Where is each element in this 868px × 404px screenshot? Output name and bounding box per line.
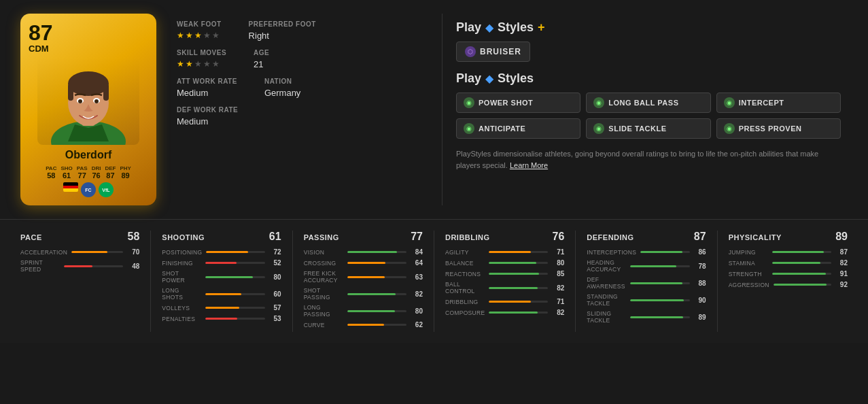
stat-bar-container: [489, 262, 548, 264]
stat-value: 53: [269, 315, 281, 322]
stat-bar-container: [206, 251, 264, 253]
card-rating: 87: [29, 22, 53, 44]
stat-bar-container: [630, 299, 689, 301]
stat-cat-header-3: DRIBBLING76: [445, 231, 564, 243]
skill-moves-label: SKILL MOVES: [177, 49, 226, 56]
stat-name: LONG SHOTS: [162, 287, 201, 301]
stat-bar-container: [347, 324, 406, 326]
stat-category-name: PHYSICALITY: [729, 233, 782, 241]
stat-row: ACCELERATION70: [20, 248, 139, 256]
stat-bar: [71, 251, 107, 253]
star-4: ★: [203, 31, 211, 40]
stat-bar: [489, 273, 539, 275]
stat-bar: [772, 251, 824, 253]
stat-name: POSITIONING: [162, 249, 202, 256]
player-info: WEAK FOOT ★ ★ ★ ★ ★ PREFERRED FOOT Right: [177, 14, 421, 205]
stat-category-value: 77: [411, 231, 423, 243]
main-container: 87 CDM: [0, 0, 868, 404]
stat-row: HEADING ACCURACY78: [587, 259, 706, 273]
weak-foot-label: WEAK FOOT: [177, 20, 222, 28]
stat-name: VISION: [304, 249, 343, 256]
info-row-4: DEF WORK RATE Medium: [177, 106, 421, 127]
stat-row: JUMPING87: [729, 248, 848, 256]
stat-name: VOLLEYS: [162, 305, 201, 312]
anticipate-icon: ◉: [464, 123, 474, 134]
stat-value: 60: [269, 290, 281, 298]
stat-value: 90: [694, 297, 706, 304]
stat-value: 57: [269, 304, 281, 312]
stat-value: 70: [127, 248, 139, 256]
stat-bar-container: [630, 282, 689, 284]
slide-tackle-icon: ◉: [593, 123, 604, 134]
learn-more-link[interactable]: Learn More: [510, 161, 548, 169]
power-shot-icon: ◉: [464, 97, 474, 108]
nation-value: Germany: [264, 88, 300, 98]
stat-row: CURVE62: [304, 321, 423, 329]
stat-category-dribbling: DRIBBLING76AGILITY71BALANCE80REACTIONS85…: [445, 231, 576, 332]
stat-bar: [347, 324, 384, 326]
ea-badge: FC: [81, 182, 96, 197]
stat-name: SPRINT SPEED: [20, 259, 60, 273]
stat-bar-container: [205, 293, 264, 295]
nation-block: NATION Germany: [264, 78, 300, 98]
long-ball-pass-icon: ◉: [593, 97, 604, 108]
att-work-rate-label: ATT WORK RATE: [177, 78, 237, 85]
stat-cat-header-5: PHYSICALITY89: [729, 231, 848, 243]
age-label: AGE: [254, 49, 269, 56]
sm-star-1: ★: [177, 59, 184, 69]
playstyles-header: Play ◆ Styles: [456, 71, 841, 86]
press-proven-label: PRESS PROVEN: [739, 124, 802, 133]
stat-bar: [205, 307, 239, 309]
card-stat-dri: DRI 76: [92, 165, 101, 180]
stat-name: STAMINA: [729, 260, 768, 267]
stat-name: CURVE: [304, 322, 343, 329]
star-2: ★: [186, 31, 193, 40]
age-value: 21: [254, 59, 269, 69]
stat-bar: [205, 293, 241, 295]
stat-bar: [774, 284, 827, 286]
anticipate-label: ANTICIPATE: [479, 124, 525, 133]
stat-bar: [630, 282, 682, 284]
stat-bar: [347, 276, 385, 278]
stat-name: AGGRESSION: [729, 282, 769, 288]
info-row-1: WEAK FOOT ★ ★ ★ ★ ★ PREFERRED FOOT Right: [177, 20, 421, 41]
preferred-foot-block: PREFERRED FOOT Right: [249, 20, 316, 41]
stat-bar-container: [772, 251, 831, 253]
stat-value: 64: [411, 259, 423, 267]
player-face-svg: [37, 56, 139, 145]
stat-bar: [640, 251, 682, 253]
stat-bar: [64, 265, 92, 267]
weak-foot-stars: ★ ★ ★ ★ ★: [177, 31, 222, 40]
stat-value: 91: [835, 270, 848, 277]
svg-point-3: [68, 71, 109, 96]
stat-row: BALL CONTROL82: [445, 281, 564, 294]
stat-bar-container: [64, 265, 123, 267]
stat-bar-container: [347, 276, 406, 278]
stat-bar-container: [489, 312, 548, 314]
stat-bar: [347, 251, 397, 253]
stat-category-name: PASSING: [304, 233, 339, 241]
long-ball-pass-label: LONG BALL PASS: [608, 99, 678, 107]
stat-value: 88: [694, 280, 706, 287]
stat-value: 82: [411, 290, 423, 298]
stat-row: COMPOSURE82: [445, 309, 564, 316]
stat-bar: [772, 273, 826, 275]
nation-label: NATION: [264, 78, 300, 85]
stat-bar-container: [489, 287, 548, 289]
card-stats-row: PAC 58 SHO 61 PAS 77 DRI 76 DEF 87: [46, 165, 131, 180]
star-1: ★: [177, 31, 184, 40]
stat-bar-container: [71, 251, 123, 253]
card-name: Oberdorf: [65, 149, 111, 161]
stat-name: AGILITY: [445, 249, 485, 256]
stat-category-value: 61: [269, 231, 281, 243]
stat-value: 80: [269, 273, 281, 281]
stat-value: 72: [269, 248, 281, 256]
intercept-icon: ◉: [724, 97, 735, 108]
stat-row: INTERCEPTIONS86: [587, 248, 706, 256]
stat-category-defending: DEFENDING87INTERCEPTIONS86HEADING ACCURA…: [587, 231, 717, 332]
stat-name: LONG PASSING: [304, 304, 343, 318]
stat-category-name: DEFENDING: [587, 233, 633, 241]
stat-value: 71: [552, 248, 564, 256]
stat-name: CROSSING: [304, 260, 343, 267]
svg-rect-5: [103, 84, 109, 101]
